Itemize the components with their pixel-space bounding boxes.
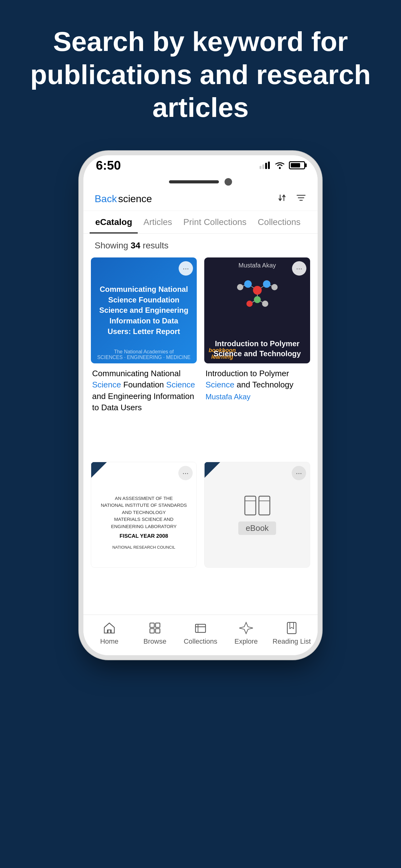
gov-text: AN ASSESSMENT OF THENATIONAL INSTITUTE O… — [98, 486, 190, 554]
ebook-label: eBook — [238, 522, 276, 535]
nav-item-browse[interactable]: Browse — [132, 621, 178, 646]
svg-rect-30 — [150, 629, 154, 633]
phone-frame: 6:50 — [83, 155, 318, 655]
svg-point-15 — [253, 286, 262, 294]
gov-cover: ··· AN ASSESSMENT OF THENATIONAL INSTITU… — [91, 462, 197, 568]
book-title-1: Communicating National Science Foundatio… — [92, 368, 196, 413]
browse-icon — [148, 621, 162, 635]
svg-point-17 — [244, 280, 252, 288]
cover-title-1: Communicating National Science Foundatio… — [97, 284, 191, 337]
book-grid: Communicating National Science Foundatio… — [83, 257, 318, 615]
status-icons — [260, 161, 305, 169]
more-button-2[interactable]: ··· — [292, 261, 306, 276]
status-time: 6:50 — [96, 158, 121, 173]
battery-icon — [289, 161, 305, 169]
polymer-title: Introduction to Polymer Science and Tech… — [209, 339, 305, 358]
book-card-4[interactable]: ··· eBook — [204, 462, 310, 607]
tabs-bar: eCatalog Articles Print Collections Coll… — [83, 211, 318, 234]
explore-icon — [239, 621, 253, 635]
nav-label-browse: Browse — [143, 638, 166, 646]
ebook-book-icon — [243, 495, 271, 517]
nav-item-home[interactable]: Home — [87, 621, 132, 646]
status-bar: 6:50 — [83, 155, 318, 174]
book-info-2: Introduction to Polymer Science and Tech… — [204, 363, 310, 403]
book-card-2[interactable]: Mustafa Akay — [204, 257, 310, 455]
more-button-3[interactable]: ··· — [178, 466, 193, 480]
nav-item-explore[interactable]: Explore — [223, 621, 269, 646]
svg-rect-29 — [156, 623, 160, 627]
nav-item-reading-list[interactable]: Reading List — [269, 621, 314, 646]
reading-list-icon — [285, 621, 299, 635]
nav-actions — [278, 192, 306, 206]
gov-cover-corner — [91, 462, 107, 478]
more-button-1[interactable]: ··· — [179, 261, 193, 276]
book-cover-4: ··· eBook — [204, 462, 310, 568]
notch-camera — [225, 178, 232, 186]
phone-wrapper: 6:50 — [0, 143, 401, 868]
wifi-icon — [274, 161, 285, 169]
svg-point-4 — [279, 167, 281, 169]
back-button[interactable]: Back — [95, 193, 117, 205]
sort-icon[interactable] — [278, 192, 288, 206]
book-title-2: Introduction to Polymer Science and Tech… — [205, 368, 309, 391]
collections-icon — [194, 621, 207, 635]
book-author-2: Mustafa Akay — [205, 393, 309, 401]
book-cover-1: Communicating National Science Foundatio… — [91, 257, 197, 363]
tab-print-collections[interactable]: Print Collections — [178, 211, 252, 234]
more-button-4[interactable]: ··· — [292, 466, 306, 480]
svg-rect-2 — [265, 163, 267, 169]
svg-rect-1 — [262, 164, 264, 169]
nav-label-reading-list: Reading List — [273, 638, 311, 646]
svg-rect-31 — [156, 629, 160, 633]
hero-section: Search by keyword for publications and r… — [0, 0, 401, 143]
svg-rect-0 — [260, 166, 261, 169]
svg-point-22 — [262, 301, 268, 307]
svg-point-19 — [271, 284, 278, 290]
book-cover-2: Mustafa Akay — [204, 257, 310, 363]
results-count: Showing 34 results — [83, 234, 318, 257]
search-query-label: science — [118, 193, 152, 205]
notch-pill — [169, 180, 219, 183]
svg-point-20 — [237, 284, 243, 290]
svg-rect-23 — [245, 496, 256, 515]
cover-footer-1: The National Academies ofSCIENCES · ENGI… — [91, 349, 197, 360]
svg-point-18 — [254, 296, 261, 303]
ebook-corner — [205, 462, 220, 478]
molecule-svg — [226, 267, 289, 314]
svg-rect-24 — [259, 496, 270, 515]
svg-rect-28 — [150, 623, 154, 627]
svg-rect-36 — [287, 622, 296, 634]
book-card-3[interactable]: ··· AN ASSESSMENT OF THENATIONAL INSTITU… — [91, 462, 197, 607]
tab-collections[interactable]: Collections — [252, 211, 306, 234]
book-info-1: Communicating National Science Foundatio… — [91, 363, 197, 415]
ebook-cover: ··· eBook — [204, 462, 310, 568]
bottom-nav: Home Browse Collections — [83, 615, 318, 655]
nav-bar: Back science — [83, 187, 318, 211]
home-icon — [102, 621, 116, 635]
tab-articles[interactable]: Articles — [138, 211, 178, 234]
svg-rect-32 — [196, 624, 205, 632]
svg-marker-35 — [239, 622, 253, 634]
nav-label-home: Home — [100, 638, 119, 646]
svg-point-16 — [263, 280, 270, 288]
hero-headline: Search by keyword for publications and r… — [19, 25, 382, 124]
nav-item-collections[interactable]: Collections — [178, 621, 223, 646]
book-card-1[interactable]: Communicating National Science Foundatio… — [91, 257, 197, 455]
svg-point-21 — [246, 301, 253, 307]
filter-icon[interactable] — [296, 192, 306, 206]
book-cover-3: ··· AN ASSESSMENT OF THENATIONAL INSTITU… — [91, 462, 197, 568]
signal-icon — [260, 161, 271, 169]
svg-rect-27 — [108, 630, 110, 633]
notch-area — [83, 174, 318, 187]
tab-ecatalog[interactable]: eCatalog — [90, 211, 138, 234]
nav-label-collections: Collections — [183, 638, 218, 646]
nav-label-explore: Explore — [235, 638, 258, 646]
svg-rect-3 — [268, 161, 270, 169]
